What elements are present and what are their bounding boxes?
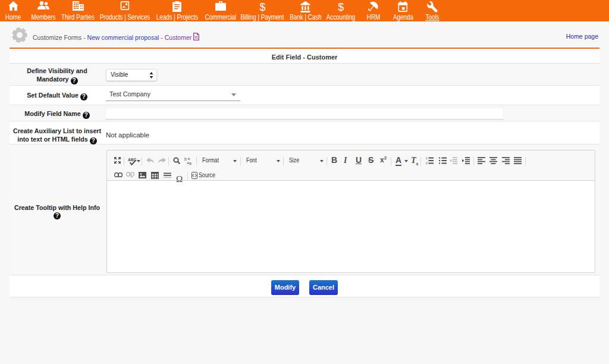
svg-text:$: $: [338, 1, 344, 12]
svg-text:a: a: [189, 161, 192, 165]
svg-text:2: 2: [426, 161, 428, 164]
svg-text:1: 1: [426, 157, 428, 160]
svg-text:$: $: [259, 1, 265, 12]
svg-text:b: b: [184, 157, 187, 161]
